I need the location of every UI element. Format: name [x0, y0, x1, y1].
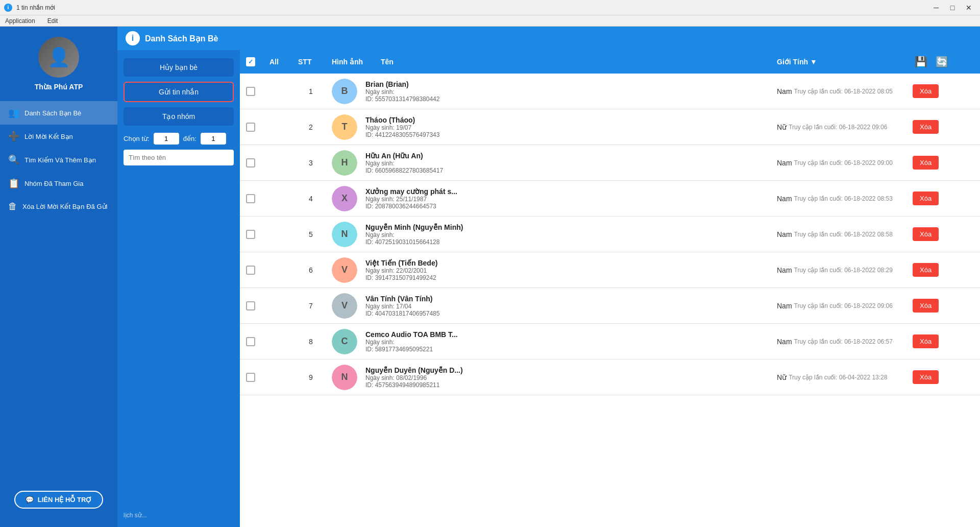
- sidebar-footer: 💬 LIÊN HỆ HỖ TRỢ: [0, 483, 117, 517]
- table-row: 6 V Việt Tiến (Tiến Bede) Ngày sinh: 22/…: [240, 252, 980, 288]
- row-birthday: Ngày sinh:: [365, 339, 769, 346]
- support-label: LIÊN HỆ HỖ TRỢ: [38, 496, 92, 504]
- delete-button-1[interactable]: Xóa: [913, 84, 939, 98]
- row-gender: Nam Truy cập lần cuối: 06-18-2022 08:58: [777, 230, 904, 238]
- maximize-button[interactable]: □: [945, 2, 960, 14]
- gender-sort-icon[interactable]: ▼: [810, 58, 817, 66]
- row-gender: Nam Truy cập lần cuối: 06-18-2022 08:05: [777, 87, 904, 95]
- sidebar-item-xoa-loi-moi[interactable]: 🗑 Xóa Lời Mời Kết Bạn Đã Gửi: [0, 195, 117, 218]
- row-avatar: C: [332, 329, 357, 354]
- delete-button-4[interactable]: Xóa: [913, 191, 939, 205]
- row-number: 1: [298, 87, 324, 95]
- range-from-input[interactable]: [154, 133, 179, 145]
- window-controls[interactable]: ─ □ ✕: [929, 2, 976, 14]
- row-checkbox-8[interactable]: [246, 337, 255, 346]
- sidebar-item-loi-moi-ket-ban[interactable]: ➕ Lời Mời Kết Bạn: [0, 125, 117, 148]
- header-checkbox-col: ✓: [246, 57, 261, 66]
- menu-edit[interactable]: Edit: [44, 16, 61, 26]
- row-checkbox-9[interactable]: [246, 373, 255, 382]
- table-row: 8 C Cemco Audio TOA BMB T... Ngày sinh: …: [240, 324, 980, 360]
- row-id: ID: 407251903101566​4128: [365, 238, 769, 246]
- range-to-input[interactable]: [201, 133, 226, 145]
- add-icon: ➕: [8, 131, 19, 142]
- search-input[interactable]: [124, 150, 234, 165]
- delete-button-2[interactable]: Xóa: [913, 120, 939, 134]
- row-checkbox-3[interactable]: [246, 158, 255, 167]
- row-last-access: Truy cập lần cuối: 06-18-2022 08:29: [794, 267, 893, 274]
- row-gender: Nam Truy cập lần cuối: 06-18-2022 08:53: [777, 195, 904, 203]
- delete-button-9[interactable]: Xóa: [913, 370, 939, 384]
- row-checkbox-5[interactable]: [246, 230, 255, 239]
- history-label: lịch sử...: [124, 507, 234, 519]
- row-avatar: B: [332, 79, 357, 104]
- gender-label: Giới Tính: [777, 58, 808, 66]
- friends-panel: ✓ All STT Hình ảnh Tên Giới Tính ▼ 💾 🔄: [240, 50, 980, 527]
- sidebar-item-nhom[interactable]: 📋 Nhóm Đã Tham Gia: [0, 172, 117, 195]
- row-info: Cemco Audio TOA BMB T... Ngày sinh: ID: …: [365, 330, 769, 353]
- header-gender: Giới Tính ▼: [777, 58, 904, 66]
- content-area: Hủy bạn bè Gửi tin nhắn Tạo nhóm Chọn từ…: [117, 50, 980, 527]
- table-header: ✓ All STT Hình ảnh Tên Giới Tính ▼ 💾 🔄: [240, 50, 980, 74]
- row-number: 7: [298, 302, 324, 310]
- support-button[interactable]: 💬 LIÊN HỆ HỖ TRỢ: [14, 491, 104, 509]
- row-checkbox-col: [246, 87, 261, 96]
- gui-tin-nhan-button[interactable]: Gửi tin nhắn: [124, 82, 234, 102]
- refresh-header-button[interactable]: 🔄: [934, 54, 950, 70]
- delete-button-7[interactable]: Xóa: [913, 299, 939, 313]
- row-name: Việt Tiến (Tiến Bede): [365, 259, 769, 267]
- row-info: Nguyễn Minh (Nguyễn Minh) Ngày sinh: ID:…: [365, 223, 769, 246]
- page-header: i Danh Sách Bạn Bè: [117, 27, 980, 50]
- delete-button-8[interactable]: Xóa: [913, 334, 939, 348]
- left-panel: Hủy bạn bè Gửi tin nhắn Tạo nhóm Chọn từ…: [117, 50, 240, 527]
- delete-button-6[interactable]: Xóa: [913, 263, 939, 277]
- app-container: 👤 Thừa Phú ATP 👥 Danh Sách Bạn Bè ➕ Lời …: [0, 27, 980, 527]
- row-last-access: Truy cập lần cuối: 06-18-2022 06:57: [794, 338, 893, 345]
- close-button[interactable]: ✕: [962, 2, 976, 14]
- row-checkbox-2[interactable]: [246, 123, 255, 132]
- sidebar: 👤 Thừa Phú ATP 👥 Danh Sách Bạn Bè ➕ Lời …: [0, 27, 117, 527]
- row-checkbox-7[interactable]: [246, 301, 255, 310]
- table-row: 9 N Nguyễn Duyên (Nguyễn D...) Ngày sinh…: [240, 360, 980, 395]
- row-actions: Xóa: [913, 120, 974, 134]
- row-last-access: Truy cập lần cuối: 06-18-2022 08:05: [794, 88, 893, 95]
- sidebar-item-tim-kiem[interactable]: 🔍 Tìm Kiếm Và Thêm Bạn: [0, 148, 117, 172]
- delete-button-5[interactable]: Xóa: [913, 227, 939, 241]
- row-checkbox-col: [246, 337, 261, 346]
- delete-button-3[interactable]: Xóa: [913, 156, 939, 170]
- row-birthday: Ngày sinh: 22/02/2001: [365, 267, 769, 274]
- minimize-button[interactable]: ─: [929, 2, 943, 14]
- row-gender: Nam Truy cập lần cuối: 06-18-2022 09:06: [777, 302, 904, 310]
- avatar-image: 👤: [38, 37, 79, 78]
- row-info: Xưởng may cường phát s... Ngày sinh: 25/…: [365, 187, 769, 210]
- row-gender-value: Nam: [777, 87, 792, 95]
- sidebar-item-danh-sach-ban-be[interactable]: 👥 Danh Sách Bạn Bè: [0, 101, 117, 125]
- table-row: 5 N Nguyễn Minh (Nguyễn Minh) Ngày sinh:…: [240, 217, 980, 252]
- sidebar-label-friend-request: Lời Mời Kết Bạn: [24, 133, 73, 140]
- menu-application[interactable]: Application: [2, 16, 38, 26]
- row-name: Vân Tính (Vân Tính): [365, 295, 769, 303]
- row-number: 5: [298, 230, 324, 238]
- row-checkbox-6[interactable]: [246, 266, 255, 275]
- row-checkbox-col: [246, 373, 261, 382]
- sidebar-label-delete-request: Xóa Lời Mời Kết Bạn Đã Gửi: [22, 203, 107, 210]
- tao-nhom-button[interactable]: Tạo nhóm: [124, 107, 234, 126]
- row-name: Brian (Brian): [365, 80, 769, 88]
- range-row: Chọn từ: đến:: [124, 133, 234, 145]
- select-all-checkbox[interactable]: ✓: [246, 57, 255, 66]
- row-gender: Nam Truy cập lần cuối: 06-18-2022 06:57: [777, 338, 904, 346]
- row-checkbox-col: [246, 266, 261, 275]
- save-header-button[interactable]: 💾: [913, 54, 929, 70]
- row-birthday: Ngày sinh: 19/07: [365, 124, 769, 131]
- range-to-label: đến:: [183, 135, 197, 142]
- row-name: Cemco Audio TOA BMB T...: [365, 330, 769, 339]
- row-actions: Xóa: [913, 263, 974, 277]
- row-checkbox-4[interactable]: [246, 194, 255, 203]
- title-bar-left: i 1 tin nhắn mới: [4, 4, 55, 12]
- row-gender-value: Nam: [777, 338, 792, 346]
- row-number: 9: [298, 373, 324, 381]
- row-info: Hữu An (Hữu An) Ngày sinh: ID: 660596882…: [365, 152, 769, 174]
- row-gender: Nữ Truy cập lần cuối: 06-04-2022 13:28: [777, 373, 904, 381]
- support-icon: 💬: [26, 496, 34, 504]
- huy-ban-be-button[interactable]: Hủy bạn bè: [124, 58, 234, 77]
- row-checkbox-1[interactable]: [246, 87, 255, 96]
